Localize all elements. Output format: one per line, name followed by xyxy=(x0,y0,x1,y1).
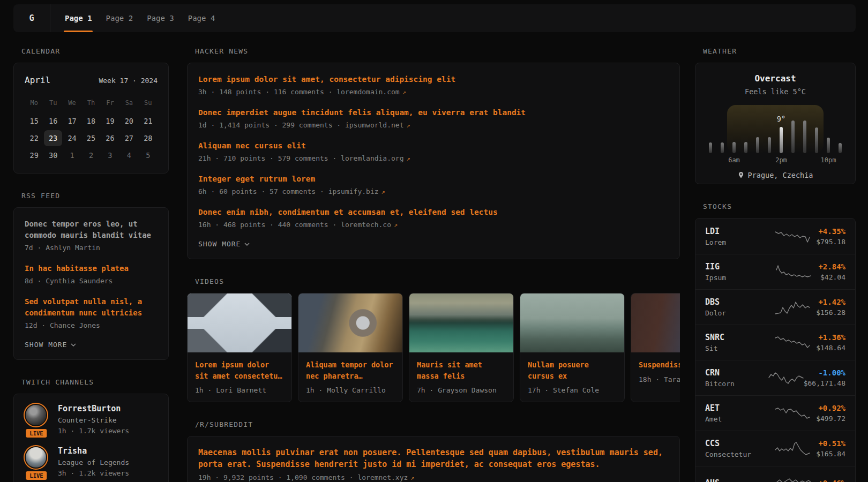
video-thumbnail xyxy=(631,293,680,352)
stock-price: $66,171.48 xyxy=(804,379,845,387)
twitch-channel[interactable]: LIVEForrestBurtonCounter-Strike1h · 1.7k… xyxy=(24,403,159,435)
calendar-widget: CALENDAR April Week 17 · 2024 MoTuWeThFr… xyxy=(13,47,169,174)
stock-values: +0.46% xyxy=(818,479,845,482)
weather-bar xyxy=(756,137,759,153)
stock-values: +1.36%$148.64 xyxy=(816,333,845,352)
tab-page-4[interactable]: Page 4 xyxy=(181,4,222,32)
hackernews-item: Aliquam nec cursus elit21h · 710 points … xyxy=(198,140,669,162)
stock-sparkline xyxy=(768,264,818,280)
stock-ticker: AHS xyxy=(705,478,768,482)
video-title[interactable]: Aliquam tempor dolor nec pharetra… xyxy=(306,359,395,381)
twitch-channel-info: TrishaLeague of Legends3h · 1.2k viewers xyxy=(58,445,129,477)
rss-card: Donec tempor eros leo, ut commodo mauris… xyxy=(13,207,169,360)
weather-bar xyxy=(791,120,795,153)
video-card[interactable]: Mauris sit amet massa felis7h · Grayson … xyxy=(409,293,514,402)
rss-item-title[interactable]: Sed volutpat nulla nisl, a condimentum n… xyxy=(25,296,158,319)
hackernews-item: Lorem ipsum dolor sit amet, consectetur … xyxy=(198,74,669,96)
rss-item-title[interactable]: Donec tempor eros leo, ut commodo mauris… xyxy=(25,219,158,241)
stock-price: $156.28 xyxy=(816,308,845,317)
hackernews-section-label: HACKER NEWS xyxy=(195,47,680,55)
video-card[interactable]: Aliquam tempor dolor nec pharetra…1h · M… xyxy=(298,293,403,402)
calendar-weekday: Mo xyxy=(25,99,43,107)
twitch-widget: TWITCH CHANNELS LIVEForrestBurtonCounter… xyxy=(13,378,169,482)
stock-price: $165.84 xyxy=(816,450,845,458)
hackernews-item-title[interactable]: Donec imperdiet augue tincidunt felis al… xyxy=(198,107,669,118)
app-logo: G xyxy=(13,4,50,32)
video-title[interactable]: Suspendisse diam xyxy=(639,359,680,371)
stock-sparkline xyxy=(768,405,816,421)
stocks-card: LDILorem+4.35%$795.18IIGIpsum+2.84%$42.0… xyxy=(695,218,856,482)
twitch-channel[interactable]: LIVETrishaLeague of Legends3h · 1.2k vie… xyxy=(24,445,159,477)
stock-price: $795.18 xyxy=(816,238,845,246)
stock-row-crn[interactable]: CRNBitcorn-1.00%$66,171.48 xyxy=(695,360,855,395)
stock-row-ldi[interactable]: LDILorem+4.35%$795.18 xyxy=(695,219,855,254)
weather-bar xyxy=(744,142,747,153)
weather-section-label: WEATHER xyxy=(703,47,856,55)
video-meta: 17h · Stefan Cole xyxy=(528,386,617,394)
rss-show-more-label: SHOW MORE xyxy=(25,341,67,349)
video-title[interactable]: Lorem ipsum dolor sit amet consectetu… xyxy=(195,359,284,381)
tab-page-2[interactable]: Page 2 xyxy=(99,4,140,32)
calendar-day: 19 xyxy=(101,113,119,129)
subreddit-post-title[interactable]: Maecenas mollis pulvinar erat non posuer… xyxy=(198,447,669,470)
weather-hourly-chart: 9° xyxy=(709,105,842,153)
rss-show-more-button[interactable]: SHOW MORE xyxy=(25,341,76,349)
stock-info: CCSConsectetur xyxy=(705,439,768,458)
stock-ticker: IIG xyxy=(705,262,768,272)
rss-item-title[interactable]: In hac habitasse platea xyxy=(25,263,158,274)
stock-row-iig[interactable]: IIGIpsum+2.84%$42.04 xyxy=(695,254,855,289)
stock-row-snrc[interactable]: SNRCSit+1.36%$148.64 xyxy=(695,325,855,360)
calendar-day: 20 xyxy=(119,113,138,129)
stock-values: +1.42%$156.28 xyxy=(816,298,845,317)
weather-bar xyxy=(827,138,830,153)
video-card[interactable]: Nullam posuere cursus ex17h · Stefan Col… xyxy=(520,293,625,402)
hackernews-item-title[interactable]: Lorem ipsum dolor sit amet, consectetur … xyxy=(198,74,669,85)
stock-name: Consectetur xyxy=(705,450,768,458)
hackernews-item-title[interactable]: Aliquam nec cursus elit xyxy=(198,140,669,152)
video-meta: 18h · Tara xyxy=(639,375,680,383)
calendar-day: 30 xyxy=(43,147,62,163)
hackernews-item-meta-text: 6h · 60 points · 57 comments · ipsumify.… xyxy=(198,187,379,195)
stock-row-ccs[interactable]: CCSConsectetur+0.51%$165.84 xyxy=(695,431,855,466)
twitch-avatar-wrap: LIVE xyxy=(24,403,49,435)
stock-row-aet[interactable]: AETAmet+0.92%$499.72 xyxy=(695,395,855,431)
hackernews-item-meta: 16h · 468 points · 440 comments · loremt… xyxy=(198,221,669,229)
weather-widget: WEATHER Overcast Feels like 5°C 9° 6am2p… xyxy=(695,47,856,184)
weather-daylight-band xyxy=(727,105,824,153)
tab-page-3[interactable]: Page 3 xyxy=(140,4,181,32)
calendar-day: 18 xyxy=(81,113,100,129)
stock-change: +1.36% xyxy=(816,333,845,342)
stock-values: +0.92%$499.72 xyxy=(816,404,845,423)
video-title[interactable]: Mauris sit amet massa felis xyxy=(417,359,506,381)
tab-page-1[interactable]: Page 1 xyxy=(58,4,99,32)
calendar-day: 17 xyxy=(63,113,81,129)
calendar-day-grid: 1516171819202122232425262728293012345 xyxy=(25,113,158,163)
weather-condition: Overcast xyxy=(695,73,855,84)
calendar-day: 28 xyxy=(139,130,158,146)
calendar-week-year: Week 17 · 2024 xyxy=(99,77,158,85)
stock-change: +0.46% xyxy=(818,479,845,482)
hackernews-item-meta: 6h · 60 points · 57 comments · ipsumify.… xyxy=(198,187,669,195)
videos-widget: VIDEOS Lorem ipsum dolor sit amet consec… xyxy=(187,277,680,402)
top-nav: G Page 1Page 2Page 3Page 4 xyxy=(13,4,856,32)
calendar-month: April xyxy=(25,75,50,85)
hackernews-item-meta: 1d · 1,414 points · 299 comments · ipsum… xyxy=(198,121,669,129)
calendar-day: 2 xyxy=(81,147,100,163)
stock-row-dbs[interactable]: DBSDolor+1.42%$156.28 xyxy=(695,289,855,325)
stock-name: Sit xyxy=(705,344,768,352)
stock-values: +0.51%$165.84 xyxy=(816,439,845,458)
video-card[interactable]: Lorem ipsum dolor sit amet consectetu…1h… xyxy=(187,293,292,402)
calendar-day: 4 xyxy=(119,147,138,163)
stock-change: +0.92% xyxy=(816,404,845,412)
video-meta: 1h · Molly Carrillo xyxy=(306,386,395,394)
hackernews-item-title[interactable]: Integer eget rutrum lorem xyxy=(198,174,669,185)
twitch-channel-game: League of Legends xyxy=(58,458,129,466)
hackernews-item-title[interactable]: Donec enim nibh, condimentum et accumsan… xyxy=(198,207,669,218)
stock-info: DBSDolor xyxy=(705,297,768,317)
hackernews-show-more-button[interactable]: SHOW MORE xyxy=(198,240,250,248)
calendar-day: 27 xyxy=(119,130,138,146)
stock-row-ahs[interactable]: AHS+0.46% xyxy=(695,466,855,482)
video-card[interactable]: Suspendisse diam18h · Tara xyxy=(631,293,680,402)
video-title[interactable]: Nullam posuere cursus ex xyxy=(528,359,617,381)
twitch-channel-name: ForrestBurton xyxy=(58,404,129,413)
